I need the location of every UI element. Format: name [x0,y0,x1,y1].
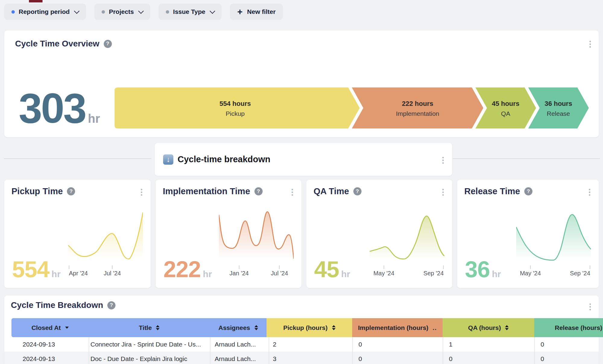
new-filter-label: New filter [247,8,276,15]
kebab-menu-icon[interactable] [441,188,445,197]
value: 36 [465,258,490,281]
x-axis: May '24 Sep '24 [516,265,591,278]
column-header-qa-hours[interactable]: QA (hours) [443,318,534,337]
table-header: Closed At Title Assignees Pickup (hours)… [4,318,599,337]
help-icon[interactable]: ? [353,187,361,195]
cycle-time-overview-card: Cycle Time Overview ? 303 hr 554 hours P… [4,30,599,137]
value: 554 [12,258,49,281]
unit: hr [341,269,350,279]
cell-closed-at: 2024-09-13 [23,352,55,364]
sort-icon [505,325,509,330]
column-divider [352,337,353,364]
column-header-pickup-hours[interactable]: Pickup (hours) [267,318,352,337]
metric-value: 222 hr [163,258,212,281]
cell-qa-hours: 0 [449,352,453,364]
column-header-implementation-hours[interactable]: Implementation (hours) .. [352,318,443,337]
column-label: Assignees [218,324,250,331]
table-title: Cycle Time Breakdown [11,300,103,310]
plus-icon: + [237,7,243,16]
table-row: 2024-09-13 Doc - Due Date - Explain Jira… [4,352,599,364]
column-label: Pickup (hours) [283,324,327,331]
funnel-stage-implementation [352,87,483,128]
filter-projects[interactable]: Projects [94,4,150,20]
sort-desc-icon [65,327,69,329]
release-sparkline-chart [516,209,591,264]
filter-reporting-period[interactable]: Reporting period [4,4,86,20]
help-icon[interactable]: ? [67,187,75,195]
stage-label: Implementation [396,110,439,117]
banner-title: Cycle-time breakdown [178,154,270,164]
filter-label: Reporting period [19,8,70,15]
card-title: QA Time [314,186,349,196]
stage-label: Pickup [226,110,245,117]
new-filter-button[interactable]: + New filter [230,4,283,20]
help-icon[interactable]: ? [254,187,263,195]
value: 45 [314,258,339,281]
stage-label: Release [547,110,570,117]
x-tick-label: Sep '24 [570,270,590,277]
help-icon[interactable]: ? [107,301,115,309]
cell-qa-hours: 1 [449,337,453,352]
down-arrow-glyph: ↓ [166,155,170,164]
chevron-down-icon [138,8,144,14]
metric-value: 554 hr [12,258,61,281]
implementation-time-card: Implementation Time ? Jan '24 Jul '24 22… [156,180,302,288]
cycle-time-breakdown-banner: ↓ Cycle-time breakdown [155,143,452,176]
cell-title[interactable]: Doc - Due Date - Explain Jira logic [90,352,187,364]
column-header-closed-at[interactable]: Closed At [11,318,89,337]
help-icon[interactable]: ? [524,187,532,195]
help-icon[interactable]: ? [104,40,112,48]
funnel-stage-release [528,87,589,128]
sort-truncated-icon: .. [433,324,437,331]
value: 222 [163,258,201,281]
x-axis: May '24 Sep '24 [370,265,444,278]
chevron-down-icon [74,8,79,14]
kebab-menu-icon[interactable] [441,156,445,165]
column-header-title[interactable]: Title [89,318,210,337]
active-filter-dot-icon [11,10,15,14]
total-unit: hr [88,112,100,125]
x-axis: Apr '24 Jul '24 [68,265,143,278]
column-header-assignees[interactable]: Assignees [210,318,267,337]
kebab-menu-icon[interactable] [588,302,592,312]
cell-implementation-hours: 0 [358,337,362,352]
kebab-menu-icon[interactable] [588,40,592,49]
card-title: Implementation Time [163,186,250,196]
total-value: 303 [19,87,86,129]
cell-pickup-hours: 2 [273,337,276,352]
filter-bar: Reporting period Projects Issue Type + N… [4,4,283,20]
metric-value: 45 hr [314,258,350,281]
qa-sparkline-chart [370,209,444,264]
kebab-menu-icon[interactable] [290,188,294,197]
column-label: Implementation (hours) [358,324,428,331]
inactive-filter-dot-icon [102,10,105,14]
cell-closed-at: 2024-09-13 [23,337,55,352]
kebab-menu-icon[interactable] [588,188,592,197]
column-label: Closed At [31,324,61,331]
card-title: Pickup Time [11,186,63,196]
divider-line [453,158,600,159]
cycle-time-breakdown-table-card: Cycle Time Breakdown ? Closed At Title A… [4,296,599,364]
cell-title[interactable]: Connector Jira - Sprint Due Date - Us... [90,337,201,352]
kebab-menu-icon[interactable] [140,188,144,197]
sort-icon [254,325,258,330]
column-header-release-hours[interactable]: Release (hours) [534,318,603,337]
unit: hr [203,269,212,279]
cell-assignees: Arnaud Lach... [215,337,256,352]
divider-line [4,158,151,159]
cell-assignees: Arnaud Lach... [215,352,256,364]
column-divider [89,337,89,364]
filter-label: Issue Type [173,8,205,15]
filter-issue-type[interactable]: Issue Type [159,4,222,20]
card-title: Release Time [464,186,520,196]
unit: hr [52,269,61,279]
stage-hours: 222 hours [402,100,433,107]
cell-pickup-hours: 3 [273,352,276,364]
column-divider [534,337,535,364]
sort-icon [332,325,336,330]
sort-icon [156,325,159,330]
pickup-sparkline-chart [68,209,143,264]
x-axis: Jan '24 Jul '24 [219,265,294,278]
cell-release-hours: 0 [541,352,544,364]
x-tick-label: Jan '24 [229,270,249,277]
